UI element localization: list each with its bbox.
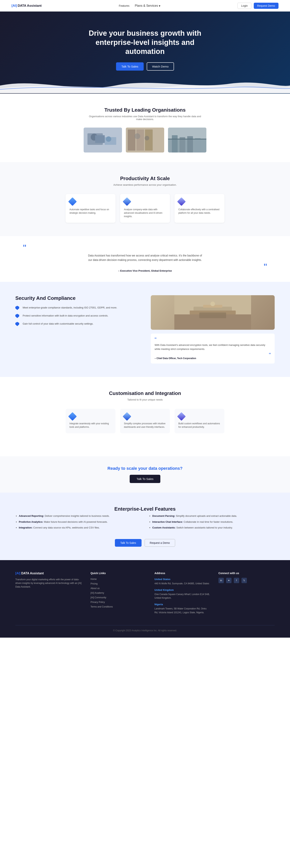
customisation-section: Customisation and Integration Tailored t… [0, 377, 290, 456]
enterprise-demo-button[interactable]: Request a Demo [144, 539, 175, 547]
footer-logo: [AI] DATA Assistant [15, 571, 83, 575]
automate-icon [69, 198, 76, 206]
site-logo: [AI] DATA Assistant [11, 4, 42, 8]
footer-link-home[interactable]: Home [91, 578, 147, 581]
close-quote-mark: " [23, 265, 267, 269]
trusted-heading: Trusted By Leading Organisations [11, 107, 279, 113]
nav-plans-dropdown[interactable]: Plans & Services ▾ [135, 4, 160, 8]
enterprise-heading: Enterprise-Level Features [15, 506, 275, 512]
simplify-icon [123, 412, 131, 421]
custom-card-1-text: Integrate seamlessly with your existing … [69, 422, 111, 429]
svg-rect-18 [168, 139, 206, 140]
svg-point-5 [106, 136, 111, 142]
ent-item-2-1: Document Parsing: Simplify document uplo… [152, 514, 275, 518]
linkedin-icon[interactable]: in [219, 578, 224, 583]
request-demo-button[interactable]: Request Demo [254, 3, 279, 9]
copyright-text: © Copyright 2023 Analytics Intelligence … [15, 629, 275, 632]
hero-headline: Drive your business growth with enterpri… [78, 29, 212, 56]
security-section: Security And Compliance Meet enterprise-… [0, 282, 290, 377]
facebook-icon[interactable]: 𝕏 [241, 578, 247, 583]
security-right: " With Data Assistant's advanced encrypt… [151, 295, 275, 364]
prod-card-1: Automate repetitive tasks and focus on s… [66, 194, 116, 223]
footer-link-terms[interactable]: Terms and Conditions [91, 606, 147, 608]
footer-link-privacy[interactable]: Privacy Policy [91, 601, 147, 603]
customisation-heading: Customisation and Integration [11, 390, 279, 396]
ent-item-1-1: Advanced Reporting: Deliver comprehensiv… [19, 514, 141, 518]
cta-talk-button[interactable]: Talk To Sales [130, 475, 160, 483]
shield-icon-2 [15, 314, 20, 318]
open-quote-mark: " [23, 246, 267, 250]
build-icon [177, 412, 186, 421]
security-quote: " With Data Assistant's advanced encrypt… [151, 334, 275, 364]
enterprise-list-2: Document Parsing: Simplify document uplo… [149, 514, 275, 530]
prod-card-3: Collaborate effectively with a centralis… [174, 194, 224, 223]
twitter-icon[interactable]: ✦ [226, 578, 231, 583]
enterprise-col-2: Document Parsing: Simplify document uplo… [149, 514, 275, 531]
sec-item-1: Meet enterprise-grade compliance standar… [15, 306, 139, 310]
collaborate-icon [179, 198, 185, 206]
sec-quote-author: – Chief Data Officer, Tech Corporation [155, 357, 271, 360]
footer-link-about[interactable]: About us [91, 587, 147, 590]
footer-top: [AI] DATA Assistant Transform your digit… [15, 571, 275, 618]
svg-point-10 [134, 133, 140, 139]
svg-rect-8 [136, 129, 144, 151]
custom-card-2-text: Simplify complex processes with intuitiv… [124, 422, 166, 429]
svg-rect-25 [199, 312, 226, 318]
address-uk-detail: One Canada Square Canary Wharf, London E… [154, 593, 211, 600]
nav-actions: Login Request Demo [237, 3, 279, 9]
address-heading: Address [154, 571, 211, 575]
enterprise-list-1: Advanced Reporting: Deliver comprehensiv… [15, 514, 141, 530]
footer-link-community[interactable]: [AI] Community [91, 596, 147, 599]
address-us-country: United States [154, 578, 211, 581]
address-uk-country: United Kingdom [154, 589, 211, 591]
cta-heading: Ready to scale your data operations? [11, 466, 279, 471]
instagram-icon[interactable]: f [234, 578, 239, 583]
footer-link-academy[interactable]: [AI] Academy [91, 592, 147, 594]
sec-item-3: Gain full control of your data with cust… [15, 322, 139, 327]
login-button[interactable]: Login [237, 3, 251, 9]
ent-item-2-2: Interactive Chat Interface: Collaborate … [152, 520, 275, 524]
customisation-cards: Integrate seamlessly with your existing … [11, 409, 279, 433]
sec-quote-text: With Data Assistant's advanced encryptio… [155, 343, 271, 351]
quick-links-heading: Quick Links [91, 571, 147, 575]
shield-icon-3 [15, 322, 20, 327]
sec-item-2: Protect sensitive information with built… [15, 314, 139, 318]
address-ng-country: Nigeria [154, 603, 211, 606]
svg-rect-16 [187, 136, 193, 153]
sec-item-3-text: Gain full control of your data with cust… [23, 322, 93, 326]
watch-demo-button[interactable]: Watch Demo [147, 62, 174, 70]
security-inner: Security And Compliance Meet enterprise-… [15, 295, 275, 364]
footer-connect: Connect with us in ✦ f 𝕏 [219, 571, 275, 618]
productivity-cards: Automate repetitive tasks and focus on s… [11, 194, 279, 223]
security-left: Security And Compliance Meet enterprise-… [15, 295, 139, 330]
custom-card-3: Build custom workflows and automations f… [174, 409, 224, 433]
sec-item-2-text: Protect sensitive information with built… [23, 314, 108, 318]
trusted-image-1 [84, 128, 122, 153]
security-heading: Security And Compliance [15, 295, 139, 301]
svg-point-11 [144, 136, 149, 141]
address-ng-detail: Landmark Towers, 5B Water Corporation Rd… [154, 607, 211, 614]
analyse-icon [124, 198, 131, 206]
security-image [151, 295, 275, 330]
enterprise-talk-button[interactable]: Talk To Sales [115, 539, 141, 547]
talk-to-sales-button[interactable]: Talk To Sales [116, 62, 144, 70]
quote-section-1: " Data Assistant has transformed how we … [0, 236, 290, 282]
footer: [AI] DATA Assistant Transform your digit… [0, 560, 290, 638]
svg-rect-7 [128, 129, 135, 151]
svg-rect-17 [195, 138, 201, 153]
productivity-section: Productivity At Scale Achieve seamless p… [0, 162, 290, 236]
enterprise-section: Enterprise-Level Features Advanced Repor… [0, 493, 290, 560]
hero-section: Drive your business growth with enterpri… [0, 11, 290, 94]
shield-icon-1 [15, 306, 20, 310]
custom-card-3-text: Build custom workflows and automations f… [179, 422, 221, 429]
footer-brand-desc: Transform your digital marketing efforts… [15, 578, 83, 589]
logo-text: DATA Assistant [18, 4, 42, 8]
footer-quick-links: Quick Links Home Pricing About us [AI] A… [91, 571, 147, 618]
prod-card-3-text: Collaborate effectively with a centralis… [179, 208, 221, 215]
enterprise-buttons: Talk To Sales Request a Demo [15, 539, 275, 547]
ent-item-1-3: Integration: Connect any data source via… [19, 526, 141, 530]
footer-link-pricing[interactable]: Pricing [91, 582, 147, 585]
customisation-subtext: Tailored to fit your unique needs [11, 398, 279, 401]
prod-card-1-text: Automate repetitive tasks and focus on s… [69, 208, 111, 215]
nav-features[interactable]: Features [119, 4, 129, 7]
